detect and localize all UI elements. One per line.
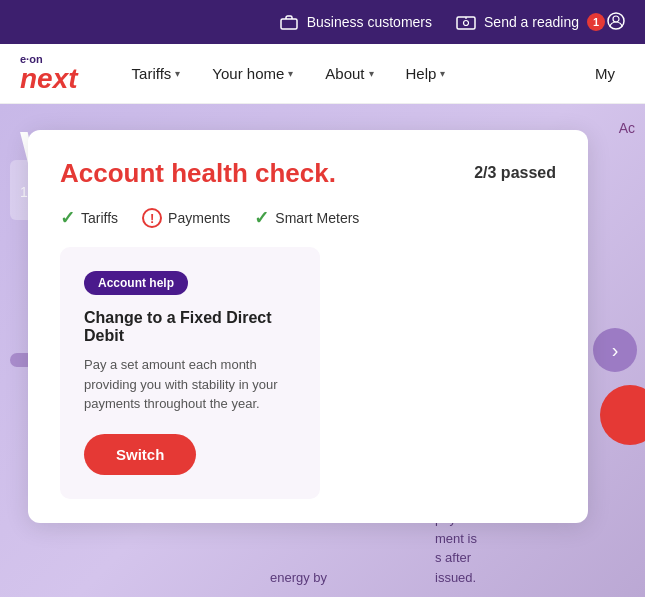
svg-point-2 [464, 21, 469, 26]
svg-point-5 [613, 16, 619, 22]
nav-links: Tariffs ▾ Your home ▾ About ▾ Help ▾ [118, 44, 585, 104]
account-icon [607, 12, 625, 33]
health-check-modal: Account health check. 2/3 passed ✓ Tarif… [28, 130, 588, 523]
check-tariffs: ✓ Tariffs [60, 207, 118, 229]
nav-about[interactable]: About ▾ [311, 44, 387, 104]
nav-my-account[interactable]: My [585, 65, 625, 82]
business-customers-label: Business customers [307, 14, 432, 30]
right-chevron-button[interactable]: › [593, 328, 637, 372]
logo-next: next [20, 65, 78, 93]
inner-card-description: Pay a set amount each month providing yo… [84, 355, 296, 414]
tariffs-pass-icon: ✓ [60, 207, 75, 229]
smart-meters-check-label: Smart Meters [275, 210, 359, 226]
logo[interactable]: e·on next [20, 54, 78, 93]
nav-bar: e·on next Tariffs ▾ Your home ▾ About ▾ … [0, 44, 645, 104]
bottom-center-panel: energy by [260, 558, 337, 598]
svg-rect-0 [281, 19, 297, 29]
about-label: About [325, 65, 364, 82]
about-chevron-icon: ▾ [369, 68, 374, 79]
right-background-text: Ac [619, 120, 645, 136]
your-home-chevron-icon: ▾ [288, 68, 293, 79]
payments-warn-icon: ! [142, 208, 162, 228]
account-help-badge: Account help [84, 271, 188, 295]
check-smart-meters: ✓ Smart Meters [254, 207, 359, 229]
account-help-card: Account help Change to a Fixed Direct De… [60, 247, 320, 499]
notification-badge: 1 [587, 13, 605, 31]
check-payments: ! Payments [142, 208, 230, 228]
modal-score: 2/3 passed [474, 164, 556, 182]
your-home-label: Your home [212, 65, 284, 82]
tariffs-chevron-icon: ▾ [175, 68, 180, 79]
help-label: Help [406, 65, 437, 82]
tariffs-label: Tariffs [132, 65, 172, 82]
nav-tariffs[interactable]: Tariffs ▾ [118, 44, 195, 104]
business-customers-link[interactable]: Business customers [279, 12, 432, 32]
nav-your-home[interactable]: Your home ▾ [198, 44, 307, 104]
energy-by-label: energy by [270, 568, 327, 588]
smart-meters-pass-icon: ✓ [254, 207, 269, 229]
modal-title: Account health check. [60, 158, 336, 189]
meter-icon [456, 12, 476, 32]
bottom-right-line3: ment is [435, 529, 635, 549]
help-chevron-icon: ▾ [440, 68, 445, 79]
payments-check-label: Payments [168, 210, 230, 226]
send-reading-label: Send a reading [484, 14, 579, 30]
switch-button[interactable]: Switch [84, 434, 196, 475]
top-bar: Business customers Send a reading 1 [0, 0, 645, 44]
modal-checks: ✓ Tariffs ! Payments ✓ Smart Meters [60, 207, 556, 229]
modal-header: Account health check. 2/3 passed [60, 158, 556, 189]
right-chevron-icon: › [612, 339, 619, 362]
briefcase-icon [279, 12, 299, 32]
inner-card-title: Change to a Fixed Direct Debit [84, 309, 296, 345]
send-reading-link[interactable]: Send a reading 1 [456, 12, 625, 33]
nav-help[interactable]: Help ▾ [392, 44, 460, 104]
bottom-right-line5: issued. [435, 568, 635, 588]
bottom-right-line4: s after [435, 548, 635, 568]
tariffs-check-label: Tariffs [81, 210, 118, 226]
